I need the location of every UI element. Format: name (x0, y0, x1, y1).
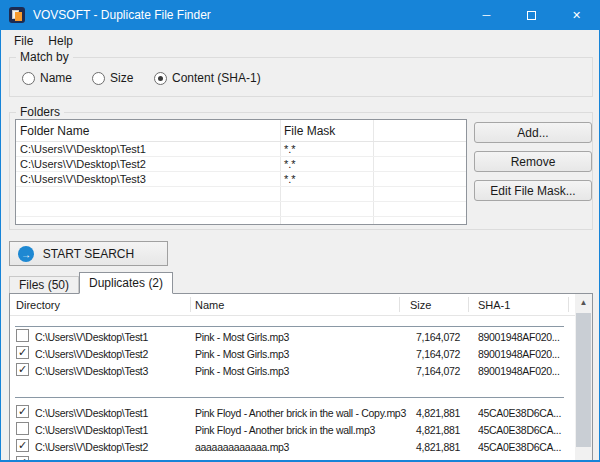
maximize-button[interactable] (509, 0, 554, 30)
sha1-column-header[interactable]: SHA-1 (478, 299, 510, 311)
titlebar: VOVSOFT - Duplicate File Finder ─ ✕ (1, 0, 599, 30)
folder-row[interactable]: C:\Users\V\Desktop\Test1 *.* (16, 142, 466, 157)
close-icon: ✕ (572, 9, 581, 22)
cell-sha1: 89001948AF020... (478, 363, 573, 380)
add-button[interactable]: Add... (474, 122, 592, 143)
empty-row (16, 202, 466, 217)
cell-name: Pink Floyd - Another brick in the wall.m… (195, 422, 407, 439)
check-icon: ✓ (18, 364, 27, 375)
radio-label: Content (SHA-1) (172, 71, 261, 85)
check-icon: ✓ (18, 406, 27, 417)
menu-item-help[interactable]: Help (48, 34, 73, 48)
size-column-header[interactable]: Size (410, 299, 431, 311)
empty-row (16, 187, 466, 202)
window-controls: ─ ✕ (464, 0, 599, 30)
cell-directory: C:\Users\V\Desktop\Test3 (35, 363, 190, 380)
radio-label: Size (110, 71, 133, 85)
folder-row[interactable]: C:\Users\V\Desktop\Test2 *.* (16, 157, 466, 172)
app-window: VOVSOFT - Duplicate File Finder ─ ✕ File… (0, 0, 600, 462)
row-checkbox[interactable]: ✓ (16, 363, 29, 376)
duplicate-row[interactable]: ✓ C:\Users\V\Desktop\Test2 aaaaaaaaaaaaa… (10, 439, 570, 456)
row-checkbox[interactable]: ✓ (16, 405, 29, 418)
start-search-button[interactable]: → START SEARCH (9, 241, 168, 266)
cell-directory: C:\Users\V\Desktop\Test2 (35, 439, 190, 456)
vovsoft-logo-icon (9, 7, 25, 23)
cell-size: 4,821,881 (400, 439, 460, 456)
cell-sha1: 89001948AF020... (478, 329, 573, 346)
row-checkbox[interactable]: ✓ (16, 329, 29, 342)
edit-file-mask-button[interactable]: Edit File Mask... (474, 180, 592, 201)
duplicates-header: Directory Name Size SHA-1 (10, 294, 592, 316)
tab-duplicates-label: Duplicates (2) (89, 276, 163, 290)
match-by-caption: Match by (16, 50, 73, 64)
cell-directory: C:\Users\V\Desktop\Test2 (35, 456, 190, 462)
cell-directory: C:\Users\V\Desktop\Test1 (35, 405, 190, 422)
cell-name: Pink Floyd - Another brick in the wall -… (195, 405, 407, 422)
empty-row (16, 217, 466, 225)
file-mask: *.* (284, 142, 296, 157)
cell-size: 4,821,881 (400, 456, 460, 462)
radio-match-name[interactable]: Name (22, 71, 72, 85)
check-icon: ✓ (18, 440, 27, 451)
radio-match-size[interactable]: Size (92, 71, 133, 85)
duplicates-listview: Directory Name Size SHA-1 ✓ C:\Users\V\D… (9, 293, 593, 462)
maximize-icon (527, 11, 536, 20)
name-column-header[interactable]: Name (195, 299, 224, 311)
check-icon: ✓ (18, 457, 27, 462)
column-divider (468, 297, 469, 312)
duplicate-row[interactable]: ✓ C:\Users\V\Desktop\Test1 Pink Floyd - … (10, 405, 570, 422)
vertical-scrollbar[interactable]: ▲ (575, 294, 592, 462)
menu-item-file[interactable]: File (14, 34, 33, 48)
scroll-up-icon: ▲ (580, 298, 588, 307)
window-title: VOVSOFT - Duplicate File Finder (33, 8, 211, 22)
folders-table-header: Folder Name File Mask (16, 120, 466, 142)
cell-name: aaaaaaaaaaaaa.mp3 (195, 439, 407, 456)
match-by-groupbox: Match by Name Size Content (SHA-1) (9, 57, 593, 97)
remove-button[interactable]: Remove (474, 151, 592, 172)
column-divider (190, 297, 191, 312)
file-mask-column-header[interactable]: File Mask (284, 124, 335, 138)
folders-table: Folder Name File Mask C:\Users\V\Desktop… (15, 119, 467, 225)
cell-size: 4,821,881 (400, 405, 460, 422)
check-icon: ✓ (18, 347, 27, 358)
minimize-icon: ─ (483, 9, 491, 21)
file-mask: *.* (284, 172, 296, 187)
radio-match-content-sha1[interactable]: Content (SHA-1) (154, 71, 261, 85)
duplicate-row[interactable]: ✓ C:\Users\V\Desktop\Test2 Pink - Most G… (10, 346, 570, 363)
row-checkbox[interactable]: ✓ (16, 456, 29, 462)
start-search-label: START SEARCH (43, 247, 134, 261)
cell-sha1: 89001948AF020... (478, 346, 573, 363)
minimize-button[interactable]: ─ (464, 0, 509, 30)
folders-groupbox: Folders Folder Name File Mask C:\Users\V… (9, 112, 593, 230)
cell-sha1: 45CA0E38D6CA... (478, 456, 573, 462)
tab-duplicates[interactable]: Duplicates (2) (79, 272, 173, 294)
cell-sha1: 45CA0E38D6CA... (478, 422, 573, 439)
menubar: File Help (1, 30, 599, 51)
cell-name: Pink - Most Girls.mp3 (195, 346, 407, 363)
column-divider (399, 297, 400, 312)
tab-files[interactable]: Files (50) (9, 276, 79, 293)
directory-column-header[interactable]: Directory (16, 299, 60, 311)
cell-size: 4,821,881 (400, 422, 460, 439)
file-mask: *.* (284, 157, 296, 172)
scroll-up-button[interactable]: ▲ (575, 294, 592, 310)
cell-name: Pink Floyd - Another brick in the wall.m… (195, 456, 407, 462)
cell-size: 7,164,072 (400, 329, 460, 346)
row-checkbox[interactable]: ✓ (16, 346, 29, 359)
cell-sha1: 45CA0E38D6CA... (478, 405, 573, 422)
folder-row[interactable]: C:\Users\V\Desktop\Test3 *.* (16, 172, 466, 187)
duplicate-row[interactable]: ✓ C:\Users\V\Desktop\Test3 Pink - Most G… (10, 363, 570, 380)
folders-caption: Folders (16, 105, 64, 119)
folder-path: C:\Users\V\Desktop\Test2 (20, 157, 146, 172)
duplicate-row[interactable]: ✓ C:\Users\V\Desktop\Test1 Pink Floyd - … (10, 422, 570, 439)
row-checkbox[interactable]: ✓ (16, 439, 29, 452)
row-checkbox[interactable]: ✓ (16, 422, 29, 435)
scroll-thumb[interactable] (576, 313, 591, 447)
duplicate-row[interactable]: ✓ C:\Users\V\Desktop\Test2 Pink Floyd - … (10, 456, 570, 462)
cell-directory: C:\Users\V\Desktop\Test1 (35, 329, 190, 346)
cell-directory: C:\Users\V\Desktop\Test1 (35, 422, 190, 439)
duplicate-row[interactable]: ✓ C:\Users\V\Desktop\Test1 Pink - Most G… (10, 329, 570, 346)
cell-size: 7,164,072 (400, 363, 460, 380)
close-button[interactable]: ✕ (554, 0, 599, 30)
folder-name-column-header[interactable]: Folder Name (20, 124, 89, 138)
